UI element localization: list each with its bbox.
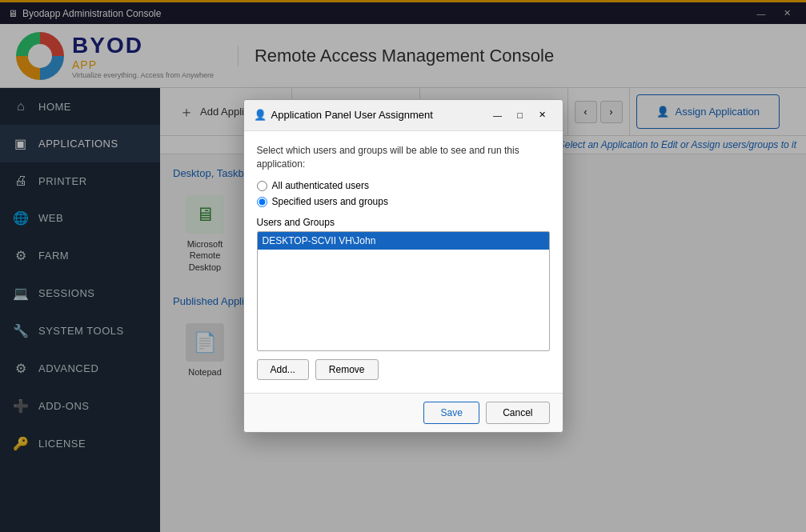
- radio-group: All authenticated users Specified users …: [257, 180, 550, 207]
- radio-specified-label: Specified users and groups: [272, 196, 388, 207]
- save-button[interactable]: Save: [423, 402, 479, 424]
- modal-title-icon: 👤: [254, 109, 267, 121]
- ug-label: Users and Groups: [257, 217, 550, 228]
- modal-minimize-button[interactable]: —: [487, 106, 508, 124]
- radio-specified-input[interactable]: [257, 197, 267, 207]
- modal-overlay: 👤 Application Panel User Assignment — □ …: [0, 0, 806, 532]
- modal-close-button[interactable]: ✕: [532, 106, 553, 124]
- modal-dialog: 👤 Application Panel User Assignment — □ …: [243, 99, 563, 434]
- radio-all-label: All authenticated users: [272, 180, 369, 191]
- modal-description: Select which users and groups will be ab…: [257, 144, 550, 171]
- cancel-button[interactable]: Cancel: [486, 402, 549, 424]
- radio-all-input[interactable]: [257, 181, 267, 191]
- modal-footer: Save Cancel: [244, 393, 563, 432]
- modal-title-text: Application Panel User Assignment: [271, 109, 433, 121]
- modal-body: Select which users and groups will be ab…: [244, 131, 563, 394]
- add-user-button[interactable]: Add...: [257, 359, 309, 380]
- users-groups-listbox[interactable]: DESKTOP-SCVII VH\John: [257, 231, 550, 351]
- radio-all-users[interactable]: All authenticated users: [257, 180, 550, 191]
- modal-title-bar: 👤 Application Panel User Assignment — □ …: [244, 100, 563, 131]
- list-item: DESKTOP-SCVII VH\John: [258, 232, 549, 250]
- remove-user-button[interactable]: Remove: [315, 359, 379, 380]
- modal-maximize-button[interactable]: □: [510, 106, 531, 124]
- radio-specified-users[interactable]: Specified users and groups: [257, 196, 550, 207]
- modal-action-row: Add... Remove: [257, 359, 550, 380]
